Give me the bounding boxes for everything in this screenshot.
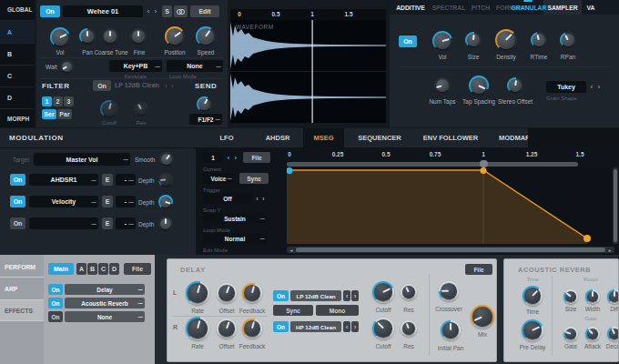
delay-l-rate-knob[interactable] <box>186 281 209 305</box>
scene-main-button[interactable]: Main <box>48 263 74 275</box>
rail-item-d[interactable]: D <box>0 87 35 109</box>
tab-additive[interactable]: ADDITIVE <box>391 0 430 15</box>
delay-hp-power[interactable]: On <box>273 321 289 332</box>
send-dest-select[interactable]: F1/F2⌄ <box>189 114 222 125</box>
reverb-predelay-knob[interactable] <box>522 319 543 341</box>
reverb-attack-knob[interactable] <box>585 327 600 341</box>
delay-lp-prev[interactable]: ‹ <box>343 290 350 301</box>
reverb-decay-knob[interactable] <box>607 327 619 341</box>
mseg-trigger-next[interactable]: › <box>260 193 267 204</box>
mseg-next-button[interactable]: › <box>232 152 239 163</box>
filter-res-knob[interactable] <box>134 102 148 116</box>
fx-slot3-select[interactable]: None⌄ <box>65 311 145 322</box>
delay-r-feedback-knob[interactable] <box>242 318 262 339</box>
tab-env-follower[interactable]: ENV FOLLOWER <box>412 128 489 147</box>
scene-d-button[interactable]: D <box>109 263 119 275</box>
mseg-hscrollbar[interactable]: ◂ ▸ <box>287 247 614 253</box>
granular-power-button[interactable]: On <box>399 35 417 47</box>
stereo-offset-knob[interactable] <box>507 77 523 94</box>
filter-slot-2-button[interactable]: 2 <box>53 96 63 106</box>
mod-target-select[interactable]: Master Vol⌄ <box>34 153 130 166</box>
rack-tab-perform[interactable]: PERFORM <box>0 257 44 278</box>
tab-sequencer[interactable]: SEQUENCER <box>347 128 412 147</box>
filter-type[interactable]: LP 12dB Clean <box>115 82 159 88</box>
mseg-current-select[interactable]: Voice⌄ <box>203 173 234 184</box>
delay-mono-button[interactable]: Mono <box>316 305 359 316</box>
mod-row3-source[interactable]: ⌄ <box>29 217 98 229</box>
granular-rtime-knob[interactable] <box>531 32 547 48</box>
mod-row2-depth-knob[interactable] <box>158 195 173 209</box>
mod-row1-depth-knob[interactable] <box>158 173 173 187</box>
mod-row3-env-button[interactable]: E <box>102 217 113 229</box>
edit-button[interactable]: Edit <box>190 5 219 17</box>
mod-row2-via[interactable]: -⌄ <box>116 196 136 207</box>
solo-button[interactable]: S <box>162 5 172 17</box>
fx-slot2-select[interactable]: Acoustic Reverb⌄ <box>65 298 145 308</box>
scroll-right-icon[interactable]: ▸ <box>606 247 614 253</box>
mseg-trigger-select[interactable]: Off <box>203 193 252 204</box>
scene-b-button[interactable]: B <box>87 263 97 275</box>
rail-item-a[interactable]: A <box>0 20 35 44</box>
tab-spectral[interactable]: SPECTRAL <box>431 0 467 15</box>
scroll-left-icon[interactable]: ◂ <box>288 247 295 253</box>
loop-mode-select[interactable]: None⌄ <box>167 60 223 72</box>
delay-cutoff2-knob[interactable] <box>372 318 394 339</box>
delay-r-offset-knob[interactable] <box>217 318 237 339</box>
filter-prev-button[interactable]: ‹ <box>163 80 169 91</box>
preset-name-display[interactable]: Wehee 01 <box>63 5 143 17</box>
delay-res2-knob[interactable] <box>401 320 417 337</box>
stereo-link-button[interactable] <box>174 5 188 17</box>
osc-pan-knob[interactable] <box>79 28 96 45</box>
granular-vol-knob[interactable] <box>432 31 452 51</box>
delay-lp-next[interactable]: › <box>351 290 359 301</box>
reverb-time-knob[interactable] <box>523 286 543 306</box>
fx-slot3-power[interactable]: On <box>48 311 63 322</box>
mod-row2-env-button[interactable]: E <box>102 196 113 207</box>
tab-va[interactable]: VA <box>583 0 599 15</box>
send-knob[interactable] <box>197 96 212 112</box>
delay-hp-prev[interactable]: ‹ <box>343 321 350 332</box>
delay-sync-button[interactable]: Sync <box>273 305 313 316</box>
mod-row1-via[interactable]: -⌄ <box>116 174 136 186</box>
mseg-zoom-scrollbar[interactable] <box>287 162 578 167</box>
filter-next-button[interactable]: › <box>169 80 176 91</box>
granular-rpan-knob[interactable] <box>560 32 576 48</box>
mseg-sync-button[interactable]: Sync <box>239 173 269 184</box>
grain-shape-next[interactable]: › <box>595 81 603 93</box>
mseg-graph[interactable] <box>287 167 612 244</box>
mseg-snap-select[interactable]: Sustain⌄ <box>203 213 267 224</box>
granular-density-knob[interactable] <box>495 29 517 51</box>
osc-position-knob[interactable] <box>165 26 185 46</box>
delay-initial-pan-knob[interactable] <box>441 320 461 340</box>
rack-tab-arp[interactable]: ARP <box>0 278 44 300</box>
filter-cutoff-knob[interactable] <box>100 100 118 118</box>
preset-prev-button[interactable]: ‹ <box>145 5 152 17</box>
delay-file-button[interactable]: File <box>465 264 492 275</box>
mseg-zoom-handle[interactable] <box>480 160 488 167</box>
preset-next-button[interactable]: › <box>152 5 159 17</box>
scene-c-button[interactable]: C <box>98 263 108 275</box>
num-taps-knob[interactable] <box>434 77 451 94</box>
osc-vol-knob[interactable] <box>50 27 70 47</box>
rail-item-global[interactable]: GLOBAL <box>7 6 32 13</box>
delay-r-rate-knob[interactable] <box>186 317 209 340</box>
filter-parallel-button[interactable]: Par <box>57 109 72 119</box>
filter-slot-1-button[interactable]: 1 <box>42 96 52 106</box>
tab-mseg[interactable]: MSEG <box>303 128 344 147</box>
tab-pitch[interactable]: PITCH <box>468 0 493 15</box>
fx-slot2-power[interactable]: On <box>48 298 63 308</box>
delay-hp-next[interactable]: › <box>351 321 359 332</box>
mseg-vscrollbar[interactable] <box>613 167 618 244</box>
rail-item-c[interactable]: C <box>0 66 35 87</box>
tab-lfo[interactable]: LFO <box>205 128 249 147</box>
rack-tab-effects[interactable]: EFFECTS <box>0 300 44 321</box>
reverb-gate-knob[interactable] <box>563 327 578 341</box>
mod-row3-power[interactable]: On <box>10 217 25 229</box>
delay-crossover-knob[interactable] <box>439 281 459 301</box>
granular-size-knob[interactable] <box>465 32 482 48</box>
tap-spacing-knob[interactable] <box>469 76 489 96</box>
tab-granular[interactable]: GRANULAR <box>510 0 548 15</box>
wait-knob[interactable] <box>60 60 74 74</box>
delay-lp-power[interactable]: On <box>273 290 289 301</box>
delay-res1-knob[interactable] <box>401 284 417 300</box>
